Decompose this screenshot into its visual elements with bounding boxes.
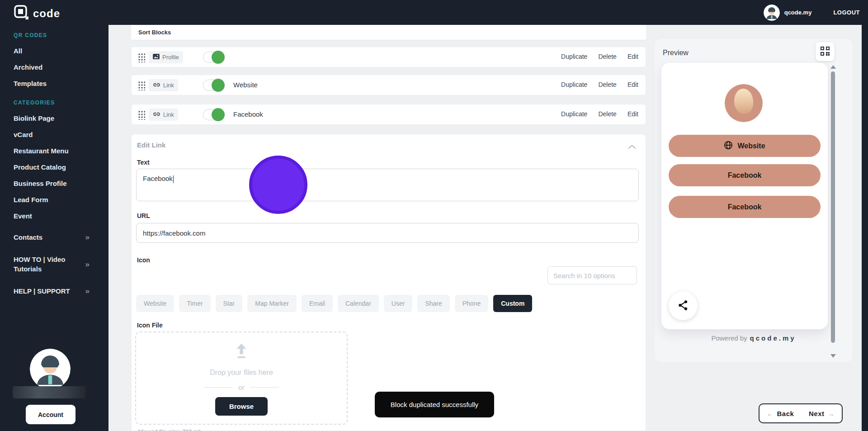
icon-option-star[interactable]: Star xyxy=(216,295,243,312)
block-title: Website xyxy=(233,81,258,89)
icon-search-input[interactable] xyxy=(547,266,637,284)
logo-text: code xyxy=(33,7,60,20)
icon-option-website[interactable]: Website xyxy=(136,295,174,312)
sidebar-item-templates[interactable]: Templates xyxy=(14,80,108,87)
browse-button[interactable]: Browse xyxy=(215,397,268,416)
duplicate-button[interactable]: Duplicate xyxy=(561,110,587,118)
cursor-click-indicator xyxy=(249,156,307,214)
share-icon xyxy=(677,299,689,313)
url-field[interactable] xyxy=(136,223,639,243)
account-button[interactable]: Account xyxy=(26,405,75,424)
chevron-double-right-icon: » xyxy=(85,260,90,269)
block-enabled-toggle[interactable] xyxy=(203,80,224,91)
sidebar-item-howto-video-tutorials[interactable]: HOW TO | Video Tutorials » xyxy=(14,255,90,274)
icon-option-custom[interactable]: Custom xyxy=(493,295,532,312)
text-field-label: Text xyxy=(137,159,150,166)
icon-option-timer[interactable]: Timer xyxy=(179,295,210,312)
delete-button[interactable]: Delete xyxy=(598,53,616,60)
icon-option-calendar[interactable]: Calendar xyxy=(338,295,379,312)
next-button[interactable]: Next → xyxy=(809,410,835,417)
account-avatar[interactable] xyxy=(30,349,71,389)
sidebar-item-biolink-page[interactable]: Biolink Page xyxy=(14,114,108,122)
preview-link-website[interactable]: Website xyxy=(669,135,821,157)
icon-option-map-marker[interactable]: Map Marker xyxy=(247,295,297,312)
main-content: Sort Blocks Profile Duplicate Delete Edi… xyxy=(108,25,862,431)
brand-name: qcode.my xyxy=(750,334,796,342)
upload-icon xyxy=(136,342,347,363)
sidebar-item-all[interactable]: All xyxy=(14,47,108,55)
sidebar-header-categories: CATEGORIES xyxy=(14,99,108,106)
file-dropzone[interactable]: Drop your files here or Browse xyxy=(135,332,348,425)
sidebar-item-restaurant-menu[interactable]: Restaurant Menu xyxy=(14,147,108,155)
globe-icon xyxy=(724,141,733,152)
toggle-knob xyxy=(212,79,225,92)
sidebar-item-vcard[interactable]: vCard xyxy=(14,131,108,138)
drag-handle-icon[interactable] xyxy=(138,53,145,62)
qr-code-icon xyxy=(821,47,830,57)
sidebar-item-business-profile[interactable]: Business Profile xyxy=(14,180,108,187)
top-bar: code qcode.my LOGOUT xyxy=(0,0,868,25)
block-row-link-website: Link Website Duplicate Delete Edit xyxy=(131,75,646,95)
block-row-profile: Profile Duplicate Delete Edit xyxy=(131,47,646,67)
icon-option-share[interactable]: Share xyxy=(417,295,449,312)
icon-option-phone[interactable]: Phone xyxy=(455,295,488,312)
user-avatar[interactable] xyxy=(764,5,780,21)
delete-button[interactable]: Delete xyxy=(598,110,616,118)
drag-handle-icon[interactable] xyxy=(138,81,145,90)
sidebar-header-qr-codes: QR CODES xyxy=(14,32,108,38)
wizard-nav: ← Back Next → xyxy=(759,403,843,423)
qr-code-button[interactable] xyxy=(816,42,835,61)
profile-avatar xyxy=(725,84,763,122)
username-label: qcode.my xyxy=(784,9,812,16)
image-icon xyxy=(153,54,160,61)
sidebar-item-lead-form[interactable]: Lead Form xyxy=(14,196,108,204)
toggle-knob xyxy=(212,108,225,121)
logout-button[interactable]: LOGOUT xyxy=(833,9,860,16)
delete-button[interactable]: Delete xyxy=(598,81,616,88)
scrollbar-thumb[interactable] xyxy=(831,71,835,343)
block-type-badge: Link xyxy=(149,79,178,91)
icon-option-user[interactable]: User xyxy=(384,295,413,312)
chevron-double-right-icon: » xyxy=(85,233,90,242)
sidebar-item-product-catalog[interactable]: Product Catalog xyxy=(14,163,108,171)
duplicate-button[interactable]: Duplicate xyxy=(561,81,587,88)
share-button[interactable] xyxy=(669,291,698,320)
icon-file-label: Icon File xyxy=(137,322,163,329)
chevron-double-right-icon: » xyxy=(85,287,90,296)
block-enabled-toggle[interactable] xyxy=(203,109,224,120)
icon-option-list: Website Timer Star Map Marker Email Cale… xyxy=(136,295,532,312)
scroll-down-icon[interactable] xyxy=(830,354,836,358)
scroll-up-icon[interactable] xyxy=(830,65,836,69)
drag-handle-icon[interactable] xyxy=(138,110,145,120)
preview-scrollbar[interactable] xyxy=(830,65,836,358)
sidebar: QR CODES All Archived Templates CATEGORI… xyxy=(0,25,108,431)
sidebar-item-archived[interactable]: Archived xyxy=(14,63,108,71)
dropzone-divider: or xyxy=(136,384,347,391)
powered-by: Powered byqcode.my xyxy=(655,334,853,342)
icon-field-label: Icon xyxy=(137,256,150,264)
duplicate-button[interactable]: Duplicate xyxy=(561,53,587,60)
text-field[interactable]: Facebook xyxy=(136,169,639,201)
edit-button[interactable]: Edit xyxy=(627,110,638,118)
toggle-knob xyxy=(212,51,225,64)
preview-link-facebook[interactable]: Facebook xyxy=(669,164,821,186)
text-cursor xyxy=(173,175,174,183)
app-logo[interactable]: code xyxy=(14,5,60,23)
block-type-badge: Profile xyxy=(149,51,183,63)
sidebar-item-event[interactable]: Event xyxy=(14,212,108,220)
block-enabled-toggle[interactable] xyxy=(203,52,224,63)
chevron-up-icon[interactable] xyxy=(628,142,636,151)
url-field-label: URL xyxy=(137,212,150,219)
preview-panel: Preview Website Facebook Facebook xyxy=(654,38,853,363)
sidebar-item-help-support[interactable]: HELP | SUPPORT » xyxy=(14,287,90,296)
sidebar-item-contacts[interactable]: Contacts » xyxy=(14,233,90,242)
block-row-link-facebook: Link Facebook Duplicate Delete Edit xyxy=(131,104,646,125)
dropzone-text: Drop your files here xyxy=(136,369,347,377)
edit-button[interactable]: Edit xyxy=(627,81,638,88)
icon-option-email[interactable]: Email xyxy=(302,295,333,312)
qcode-logo-icon xyxy=(14,5,30,23)
back-button[interactable]: ← Back xyxy=(767,410,794,417)
preview-link-facebook-duplicate[interactable]: Facebook xyxy=(669,196,821,218)
edit-button[interactable]: Edit xyxy=(627,53,638,60)
biolink-preview-card: Website Facebook Facebook xyxy=(661,63,828,329)
